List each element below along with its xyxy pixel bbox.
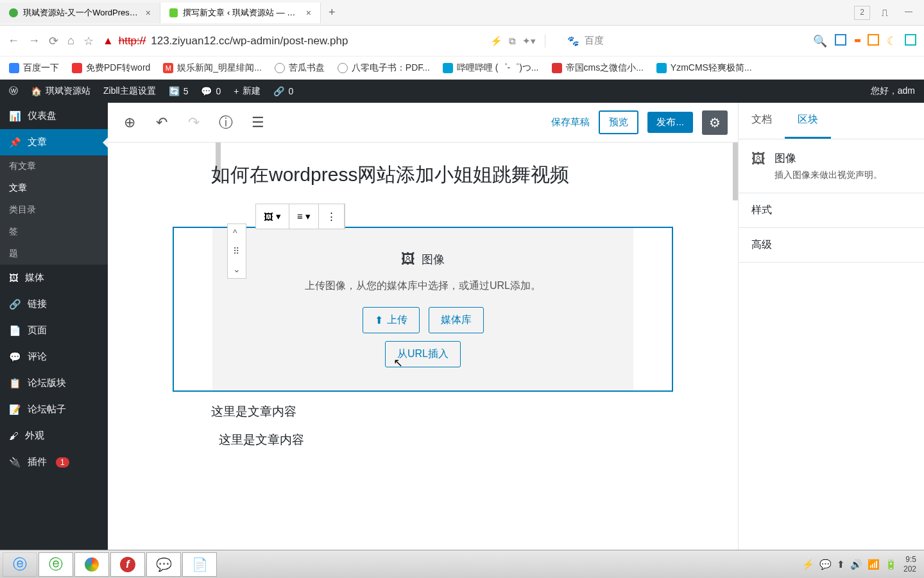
panel-styles[interactable]: 样式 bbox=[739, 193, 924, 228]
tab-favicon bbox=[9, 8, 18, 17]
star-icon[interactable]: ✦▾ bbox=[522, 35, 536, 47]
tray-icon[interactable]: ⬆ bbox=[837, 559, 845, 570]
close-icon[interactable]: × bbox=[306, 8, 311, 18]
new-tab-button[interactable]: + bbox=[321, 6, 343, 19]
bookmark-item[interactable]: M娱乐新闻_明星绯闻... bbox=[163, 62, 261, 74]
submenu-new-post[interactable]: 文章 bbox=[0, 177, 108, 199]
submenu-all-posts[interactable]: 有文章 bbox=[0, 155, 108, 177]
flash-taskbar-button[interactable]: f bbox=[110, 552, 145, 577]
favorite-button[interactable]: ☆ bbox=[83, 34, 94, 48]
move-up-button[interactable]: ^ bbox=[228, 224, 246, 242]
dashboard-icon: 📊 bbox=[9, 110, 21, 122]
undo-button[interactable]: ↶ bbox=[150, 111, 173, 134]
bookmark-item[interactable]: 免费PDF转word bbox=[72, 62, 150, 74]
upload-button[interactable]: ⬆上传 bbox=[363, 307, 420, 333]
redo-button[interactable]: ↷ bbox=[182, 111, 205, 134]
menu-appearance[interactable]: 🖌外观 bbox=[0, 423, 108, 449]
tray-icon[interactable]: 💬 bbox=[819, 559, 832, 570]
tab-count-badge[interactable]: 2 bbox=[854, 6, 870, 20]
settings-button[interactable]: ⚙ bbox=[702, 110, 728, 135]
tray-icon[interactable]: ⚡ bbox=[802, 559, 814, 570]
crop-icon[interactable] bbox=[905, 34, 916, 46]
new-link[interactable]: + 新建 bbox=[234, 85, 261, 97]
flash-icon[interactable]: ⚡ bbox=[490, 35, 502, 47]
menu-links[interactable]: 🔗链接 bbox=[0, 291, 108, 317]
bookmark-item[interactable]: 八零电子书：PDF... bbox=[338, 62, 430, 74]
panel-advanced[interactable]: 高级 bbox=[739, 228, 924, 263]
comments-link[interactable]: 💬 0 bbox=[201, 86, 221, 96]
bookmark-item[interactable]: 帝国cms之微信小... bbox=[552, 62, 644, 74]
paragraph-block[interactable]: 这里是文章内容 bbox=[173, 403, 673, 420]
tray-volume-icon[interactable]: 🔊 bbox=[850, 559, 862, 570]
forward-button[interactable]: → bbox=[28, 34, 40, 48]
minimize-icon[interactable]: — bbox=[900, 6, 918, 20]
search-icon[interactable]: 🔍 bbox=[813, 34, 827, 48]
chrome-taskbar-button[interactable] bbox=[74, 552, 109, 577]
back-button[interactable]: ← bbox=[8, 34, 19, 48]
menu-forum-boards[interactable]: 📋论坛版块 bbox=[0, 370, 108, 396]
menu-pages[interactable]: 📄页面 bbox=[0, 317, 108, 344]
ie-taskbar-button[interactable]: ⓔ bbox=[3, 552, 37, 577]
compat-icon[interactable]: ⧉ bbox=[509, 35, 516, 47]
url-field[interactable]: ▲ http://123.ziyuan12.cc/wp-admin/post-n… bbox=[103, 35, 475, 48]
browser-tabs-bar: 琪斌资源站-又一个WordPress站 × 撰写新文章 ‹ 琪斌资源站 — Wo… bbox=[0, 0, 924, 26]
tray-battery-icon[interactable]: 🔋 bbox=[885, 559, 897, 570]
block-type-button[interactable]: 🖼 ▾ bbox=[256, 204, 289, 229]
insert-from-url-button[interactable]: 从URL插入 bbox=[385, 341, 461, 367]
bookmark-item[interactable]: 哔哩哔哩 (゜-゜)つ... bbox=[443, 62, 539, 74]
save-draft-button[interactable]: 保存草稿 bbox=[551, 116, 590, 128]
theme-settings-link[interactable]: Zibll主题设置 bbox=[103, 85, 156, 97]
close-icon[interactable]: × bbox=[146, 8, 151, 18]
block-toolbar: 🖼 ▾ ≡ ▾ ⋮ bbox=[255, 204, 345, 229]
updates-link[interactable]: 🔄 5 bbox=[169, 86, 189, 96]
menu-posts[interactable]: 📌文章 bbox=[0, 129, 108, 155]
browser-tab[interactable]: 琪斌资源站-又一个WordPress站 × bbox=[0, 3, 160, 23]
bookmark-item[interactable]: 百度一下 bbox=[9, 62, 59, 74]
user-greeting[interactable]: 您好，adm bbox=[871, 85, 915, 97]
bookmark-item[interactable]: YzmCMS轻爽极简... bbox=[656, 62, 752, 74]
more-options-button[interactable]: ⋮ bbox=[319, 204, 345, 229]
tab-block[interactable]: 区块 bbox=[785, 103, 831, 139]
add-block-button[interactable]: ⊕ bbox=[118, 111, 141, 134]
taskbar-clock[interactable]: 9:5 202 bbox=[903, 555, 916, 574]
notepad-taskbar-button[interactable]: 📄 bbox=[182, 552, 217, 577]
preview-button[interactable]: 预览 bbox=[599, 110, 638, 134]
wechat-taskbar-button[interactable]: 💬 bbox=[146, 552, 181, 577]
move-down-button[interactable]: ⌄ bbox=[228, 260, 246, 278]
menu-dashboard[interactable]: 📊仪表盘 bbox=[0, 103, 108, 129]
submenu-categories[interactable]: 类目录 bbox=[0, 199, 108, 221]
wp-logo[interactable]: ⓦ bbox=[9, 85, 18, 97]
reload-button[interactable]: ⟳ bbox=[49, 34, 58, 48]
submenu-topics[interactable]: 题 bbox=[0, 243, 108, 265]
info-button[interactable]: ⓘ bbox=[214, 111, 237, 134]
screenshot-icon[interactable] bbox=[868, 34, 879, 46]
outline-button[interactable]: ☰ bbox=[246, 111, 270, 134]
site-link[interactable]: 🏠 琪斌资源站 bbox=[31, 85, 90, 97]
tray-network-icon[interactable]: 📶 bbox=[868, 559, 880, 570]
post-title[interactable]: 如何在wordpress网站添加小姐姐跳舞视频 bbox=[173, 162, 673, 188]
links-link[interactable]: 🔗 0 bbox=[273, 86, 293, 96]
pdf-icon bbox=[72, 63, 82, 73]
bookmark-item[interactable]: 苦瓜书盘 bbox=[275, 62, 325, 74]
submenu-tags[interactable]: 签 bbox=[0, 221, 108, 243]
menu-media[interactable]: 🖼媒体 bbox=[0, 265, 108, 291]
menu-comments[interactable]: 💬评论 bbox=[0, 344, 108, 370]
wardrobe-icon[interactable]: ⎍ bbox=[877, 6, 893, 20]
apps-icon[interactable]: ▪▪ bbox=[854, 34, 860, 48]
media-library-button[interactable]: 媒体库 bbox=[429, 307, 484, 333]
menu-forum-posts[interactable]: 📝论坛帖子 bbox=[0, 396, 108, 423]
search-engine-box[interactable]: 🐾 百度 bbox=[567, 35, 696, 47]
tab-document[interactable]: 文档 bbox=[739, 103, 785, 139]
menu-plugins[interactable]: 🔌插件1 bbox=[0, 449, 108, 475]
align-button[interactable]: ≡ ▾ bbox=[289, 204, 319, 229]
image-block[interactable]: 🖼 图像 上传图像，从您的媒体库中选择，或通过URL添加。 ⬆上传 媒体库 从U… bbox=[173, 227, 673, 392]
home-button[interactable]: ⌂ bbox=[67, 34, 74, 48]
moon-icon[interactable]: ☾ bbox=[887, 34, 897, 48]
360browser-taskbar-button[interactable]: ⓔ bbox=[38, 552, 73, 577]
editor-content[interactable]: 如何在wordpress网站添加小姐姐跳舞视频 🖼 ▾ ≡ ▾ ⋮ ^ ⠿ ⌄ … bbox=[108, 143, 738, 479]
drag-handle[interactable]: ⠿ bbox=[228, 242, 246, 260]
publish-button[interactable]: 发布... bbox=[647, 112, 693, 133]
browser-tab[interactable]: 撰写新文章 ‹ 琪斌资源站 — Wo... × bbox=[160, 3, 321, 23]
translate-icon[interactable] bbox=[835, 34, 846, 46]
paragraph-block[interactable]: 这里是文章内容 bbox=[173, 432, 673, 448]
